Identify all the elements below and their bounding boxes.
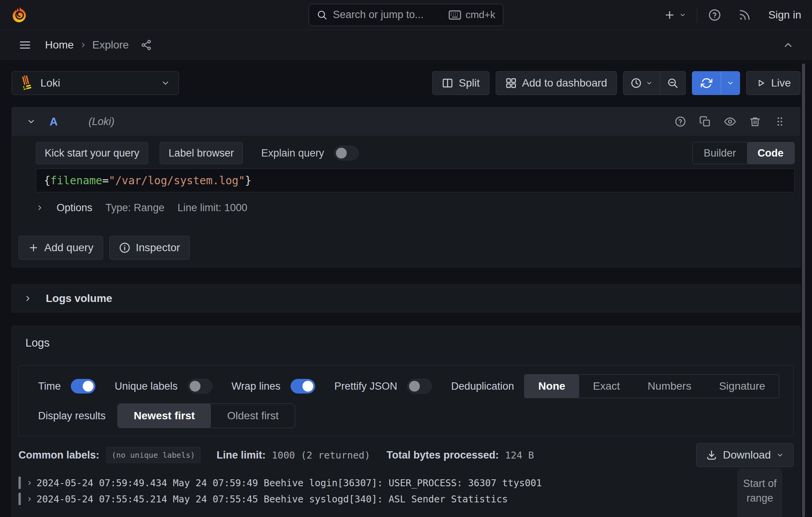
dedup-option-numbers[interactable]: Numbers (634, 375, 705, 398)
dedup-option-exact[interactable]: Exact (579, 375, 634, 398)
grafana-logo[interactable] (11, 6, 28, 24)
start-of-range-button[interactable]: Start of range (737, 468, 782, 517)
info-circle-icon (119, 242, 130, 253)
query-ref-id: A (50, 115, 58, 128)
logs-panel-title: Logs (25, 337, 794, 349)
zoom-out-time-button[interactable] (660, 72, 685, 95)
split-button[interactable]: Split (432, 71, 489, 95)
query-options-collapse[interactable]: Options Type: Range Line limit: 1000 (36, 197, 795, 219)
chevron-down-icon (646, 80, 653, 87)
help-icon (708, 8, 721, 22)
query-help-icon[interactable] (675, 116, 686, 127)
explore-content: Loki Split Add to dashboard (0, 71, 812, 517)
log-row[interactable]: 2024-05-24 07:55:45.214 May 24 07:55:45 … (18, 491, 794, 507)
add-to-dashboard-button[interactable]: Add to dashboard (496, 71, 617, 95)
unique-labels-toggle-label: Unique labels (115, 380, 178, 392)
common-labels-label: Common labels: (18, 449, 99, 461)
datasource-picker[interactable]: Loki (12, 71, 179, 95)
query-brace-open: { (44, 174, 50, 187)
time-toggle-label: Time (38, 380, 61, 392)
news-button[interactable] (738, 8, 751, 22)
log-row[interactable]: 2024-05-24 07:59:49.434 May 24 07:59:49 … (18, 475, 794, 491)
live-button[interactable]: Live (746, 71, 800, 95)
dedup-option-signature[interactable]: Signature (705, 375, 779, 398)
editor-mode-builder[interactable]: Builder (693, 142, 747, 164)
chevron-down-icon (679, 12, 686, 18)
breadcrumb-home[interactable]: Home (45, 39, 74, 51)
kick-start-query-button[interactable]: Kick start your query (36, 142, 148, 164)
hamburger-icon (18, 39, 32, 51)
logs-options-box: Time Unique labels Wrap lines Prettify J… (18, 365, 794, 436)
total-bytes-label: Total bytes processed: (386, 449, 499, 461)
download-icon (706, 449, 717, 461)
play-icon (756, 78, 766, 88)
query-editor-panel: A (Loki) Kick start your query Label bro… (12, 107, 800, 267)
log-line-text: May 24 07:59:49 Beehive login[36307]: US… (173, 477, 542, 489)
options-type: Type: Range (105, 202, 164, 214)
log-timestamp: 2024-05-24 07:59:49.434 (37, 477, 167, 489)
prettify-json-toggle-label: Prettify JSON (334, 380, 398, 392)
breadcrumb-current: Explore (92, 39, 129, 51)
rss-icon (738, 8, 751, 22)
query-row-header[interactable]: A (Loki) (12, 107, 800, 136)
explain-query-toggle[interactable] (334, 146, 359, 160)
prettify-json-toggle[interactable] (407, 379, 432, 394)
logs-volume-panel[interactable]: Logs volume (12, 284, 800, 312)
collapse-toolbar-button[interactable] (782, 39, 794, 51)
new-dropdown-button[interactable] (664, 9, 686, 21)
query-datasource-hint: (Loki) (89, 116, 115, 128)
time-toggle[interactable] (71, 379, 95, 394)
run-interval-dropdown[interactable] (721, 72, 740, 95)
add-query-button[interactable]: Add query (18, 236, 103, 260)
dedup-option-none[interactable]: None (525, 375, 579, 398)
time-picker-button[interactable] (623, 72, 660, 95)
total-bytes-value: 124 B (505, 450, 534, 461)
chevron-right-icon (23, 294, 32, 303)
display-results-group: Newest first Oldest first (117, 404, 296, 428)
download-button[interactable]: Download (696, 443, 794, 467)
sign-in-link[interactable]: Sign in (768, 9, 801, 21)
datasource-name: Loki (40, 77, 60, 89)
line-limit-value: 1000 (2 returned) (272, 450, 370, 461)
explore-toolbar: Loki Split Add to dashboard (12, 71, 800, 95)
mega-menu-button[interactable] (18, 39, 32, 51)
delete-query-trash-icon[interactable] (749, 116, 761, 127)
expand-log-chevron-icon[interactable] (26, 480, 33, 486)
logql-query-input[interactable]: {filename="/var/log/system.log"} (36, 168, 795, 192)
order-option-oldest[interactable]: Oldest first (211, 404, 295, 428)
divider (697, 7, 697, 23)
breadcrumb-bar: Home Explore (0, 30, 812, 60)
log-timestamp: 2024-05-24 07:55:45.214 (37, 494, 167, 505)
logs-options-row-1: Time Unique labels Wrap lines Prettify J… (38, 374, 782, 398)
wrap-lines-toggle[interactable] (291, 379, 315, 394)
wrap-lines-toggle-label: Wrap lines (232, 380, 281, 392)
help-button[interactable] (708, 8, 721, 22)
unique-labels-toggle[interactable] (188, 379, 212, 394)
top-nav-bar: Search or jump to... cmd+k Sign in (0, 0, 812, 30)
display-results-label: Display results (38, 410, 106, 422)
expand-log-chevron-icon[interactable] (26, 496, 33, 502)
loki-logo-icon (20, 75, 33, 91)
duplicate-query-icon[interactable] (699, 116, 711, 127)
drag-handle-icon[interactable] (774, 116, 785, 127)
editor-mode-switcher: Builder Code (692, 142, 795, 164)
logs-volume-title: Logs volume (46, 292, 112, 305)
run-query-button[interactable] (692, 72, 721, 95)
toggle-visibility-eye-icon[interactable] (724, 116, 736, 127)
line-limit-label: Line limit: (217, 449, 266, 461)
inspector-button[interactable]: Inspector (109, 236, 190, 260)
order-option-newest[interactable]: Newest first (118, 404, 211, 428)
label-browser-button[interactable]: Label browser (160, 142, 243, 164)
chevron-right-icon (79, 41, 87, 49)
page-scrollbar[interactable] (802, 63, 805, 517)
editor-mode-code[interactable]: Code (747, 142, 795, 164)
search-placeholder: Search or jump to... (333, 9, 424, 21)
share-shortened-link-button[interactable] (140, 39, 152, 51)
log-level-indicator (18, 493, 21, 505)
split-icon (442, 77, 453, 89)
chevron-right-icon (36, 204, 43, 212)
collapse-query-chevron-icon[interactable] (27, 117, 36, 126)
log-line-text: May 24 07:55:45 Beehive syslogd[340]: AS… (173, 494, 508, 505)
time-picker-group (623, 71, 686, 95)
search-box[interactable]: Search or jump to... cmd+k (309, 4, 503, 26)
